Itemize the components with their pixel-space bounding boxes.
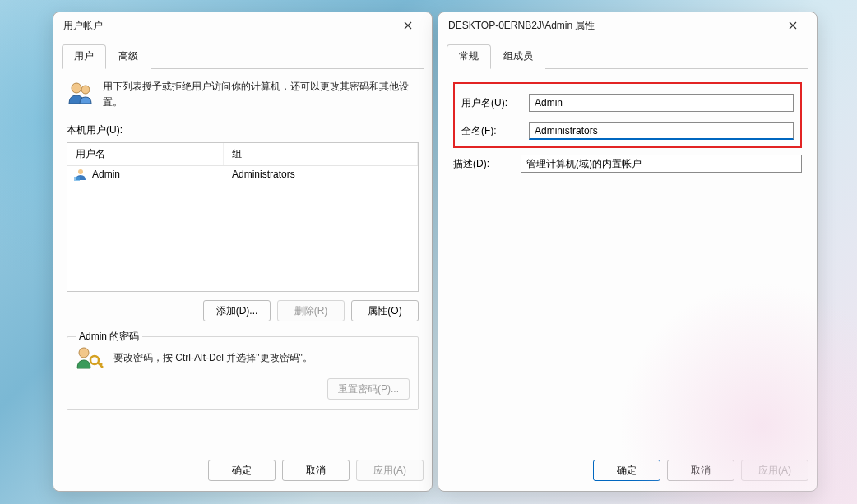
svg-point-2 bbox=[78, 169, 83, 174]
user-accounts-window: 用户帐户 用户 高级 用下列表授予或拒绝用户访问你的计算机，还可以更改其密码和其… bbox=[53, 12, 433, 492]
ok-button[interactable]: 确定 bbox=[208, 460, 276, 481]
add-button[interactable]: 添加(D)... bbox=[203, 300, 271, 321]
close-icon bbox=[789, 21, 797, 30]
highlighted-fields: 用户名(U): 全名(F): bbox=[453, 82, 802, 148]
window-title: DESKTOP-0ERNB2J\Admin 属性 bbox=[445, 19, 776, 33]
window-title: 用户帐户 bbox=[60, 19, 391, 33]
username-label: 用户名(U): bbox=[461, 96, 519, 110]
password-fieldset: Admin 的密码 要改密码，按 Ctrl-Alt-Del 并选择"更改密码"。… bbox=[67, 336, 419, 410]
username-input[interactable] bbox=[529, 94, 794, 112]
cancel-button[interactable]: 取消 bbox=[282, 460, 350, 481]
close-icon bbox=[404, 21, 412, 30]
apply-button: 应用(A) bbox=[741, 460, 808, 481]
password-hint: 要改密码，按 Ctrl-Alt-Del 并选择"更改密码"。 bbox=[113, 350, 313, 366]
titlebar[interactable]: DESKTOP-0ERNB2J\Admin 属性 bbox=[438, 12, 817, 39]
tab-membership[interactable]: 组成员 bbox=[491, 44, 545, 69]
cancel-button[interactable]: 取消 bbox=[667, 460, 734, 481]
close-button[interactable] bbox=[391, 14, 425, 37]
apply-button: 应用(A) bbox=[356, 460, 424, 481]
tabstrip: 用户 高级 bbox=[62, 44, 424, 69]
svg-point-1 bbox=[81, 86, 90, 94]
tabstrip: 常规 组成员 bbox=[447, 44, 808, 69]
close-button[interactable] bbox=[776, 14, 810, 37]
row-group: Administrators bbox=[224, 169, 418, 180]
users-icon bbox=[67, 79, 95, 107]
reset-password-button: 重置密码(P)... bbox=[327, 378, 410, 400]
ok-button[interactable]: 确定 bbox=[593, 460, 660, 481]
properties-button[interactable]: 属性(O) bbox=[351, 300, 419, 321]
user-properties-window: DESKTOP-0ERNB2J\Admin 属性 常规 组成员 用户名(U): … bbox=[438, 12, 818, 492]
list-item[interactable]: Admin Administrators bbox=[67, 166, 418, 183]
remove-button: 删除(R) bbox=[277, 300, 345, 321]
tab-advanced[interactable]: 高级 bbox=[106, 44, 151, 69]
users-list[interactable]: 用户名 组 Admin Administrators bbox=[67, 142, 419, 292]
col-username[interactable]: 用户名 bbox=[67, 143, 224, 165]
fullname-label: 全名(F): bbox=[461, 124, 519, 138]
description-input[interactable] bbox=[521, 155, 802, 173]
password-legend: Admin 的密码 bbox=[76, 330, 142, 344]
local-users-label: 本机用户(U): bbox=[62, 120, 424, 142]
svg-point-4 bbox=[79, 348, 89, 358]
col-group[interactable]: 组 bbox=[224, 143, 418, 165]
tab-users[interactable]: 用户 bbox=[62, 44, 106, 69]
row-username: Admin bbox=[92, 169, 120, 180]
titlebar[interactable]: 用户帐户 bbox=[53, 12, 432, 39]
description-label: 描述(D): bbox=[453, 157, 511, 171]
list-header: 用户名 组 bbox=[67, 143, 418, 166]
intro-text: 用下列表授予或拒绝用户访问你的计算机，还可以更改其密码和其他设置。 bbox=[103, 79, 419, 110]
svg-rect-3 bbox=[74, 177, 80, 181]
key-icon bbox=[76, 345, 104, 370]
fullname-input[interactable] bbox=[529, 122, 794, 140]
tab-general[interactable]: 常规 bbox=[447, 44, 491, 69]
user-icon bbox=[74, 168, 87, 181]
svg-point-0 bbox=[72, 83, 81, 93]
